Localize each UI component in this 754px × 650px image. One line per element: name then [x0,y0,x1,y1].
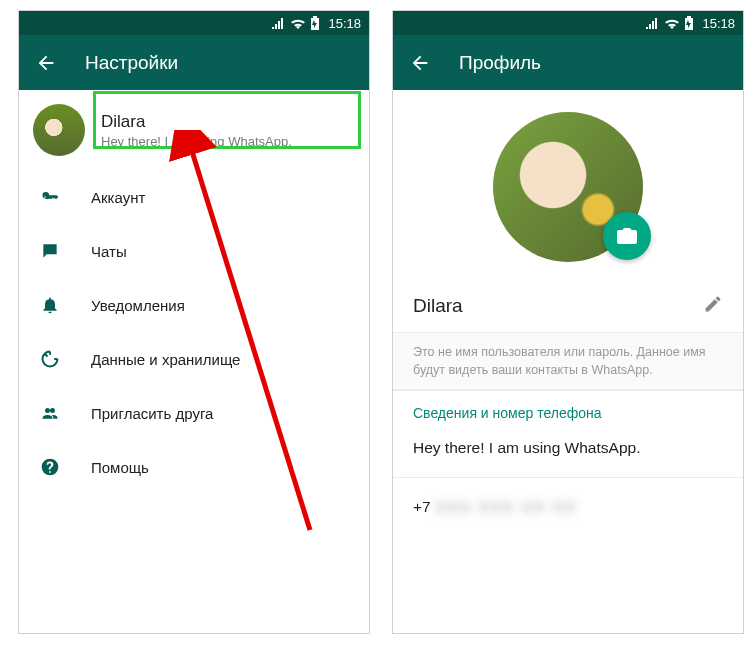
profile-name: Dilara [101,112,292,132]
statusbar-time: 15:18 [328,16,361,31]
back-icon[interactable] [409,52,431,74]
signal-icon [646,17,660,29]
settings-profile-row[interactable]: Dilara Hey there! I am using WhatsApp. [19,90,369,170]
key-icon [39,186,61,208]
settings-item-account[interactable]: Аккаунт [19,170,369,224]
settings-screen: 15:18 Настройки Dilara Hey there! I am u… [18,10,370,634]
settings-item-notifications[interactable]: Уведомления [19,278,369,332]
help-icon [39,456,61,478]
appbar-title: Профиль [459,52,541,74]
invite-icon [39,402,61,424]
phone-blurred: XXX XXX XX XX [435,498,577,515]
profile-name: Dilara [413,295,463,317]
bell-icon [39,294,61,316]
settings-item-label: Помощь [91,459,149,476]
phone-section[interactable]: +7 XXX XXX XX XX [393,477,743,530]
back-icon[interactable] [35,52,57,74]
wifi-icon [664,17,680,29]
statusbar-time: 15:18 [702,16,735,31]
settings-item-label: Чаты [91,243,127,260]
settings-item-data[interactable]: Данные и хранилище [19,332,369,386]
settings-item-chats[interactable]: Чаты [19,224,369,278]
wifi-icon [290,17,306,29]
camera-button[interactable] [603,212,651,260]
phone-prefix: +7 [413,498,431,515]
edit-icon[interactable] [703,294,723,318]
info-section: Сведения и номер телефона Hey there! I a… [393,390,743,477]
battery-icon [684,16,694,30]
appbar: Профиль [393,35,743,90]
avatar [33,104,85,156]
settings-item-label: Уведомления [91,297,185,314]
info-section-title: Сведения и номер телефона [413,405,723,421]
profile-status: Hey there! I am using WhatsApp. [101,134,292,149]
statusbar: 15:18 [19,11,369,35]
phone-row: +7 XXX XXX XX XX [413,492,723,516]
appbar: Настройки [19,35,369,90]
name-section[interactable]: Dilara [393,280,743,332]
profile-hero [393,90,743,280]
settings-item-label: Пригласить друга [91,405,213,422]
battery-icon [310,16,320,30]
data-icon [39,348,61,370]
settings-item-invite[interactable]: Пригласить друга [19,386,369,440]
profile-text: Dilara Hey there! I am using WhatsApp. [101,112,292,149]
about-row[interactable]: Hey there! I am using WhatsApp. [413,433,723,463]
settings-item-help[interactable]: Помощь [19,440,369,494]
statusbar: 15:18 [393,11,743,35]
settings-item-label: Данные и хранилище [91,351,240,368]
name-hint: Это не имя пользователя или пароль. Данн… [393,332,743,390]
camera-icon [615,224,639,248]
appbar-title: Настройки [85,52,178,74]
chat-icon [39,240,61,262]
settings-item-label: Аккаунт [91,189,145,206]
signal-icon [272,17,286,29]
profile-screen: 15:18 Профиль Dilara Это не имя пользова… [392,10,744,634]
